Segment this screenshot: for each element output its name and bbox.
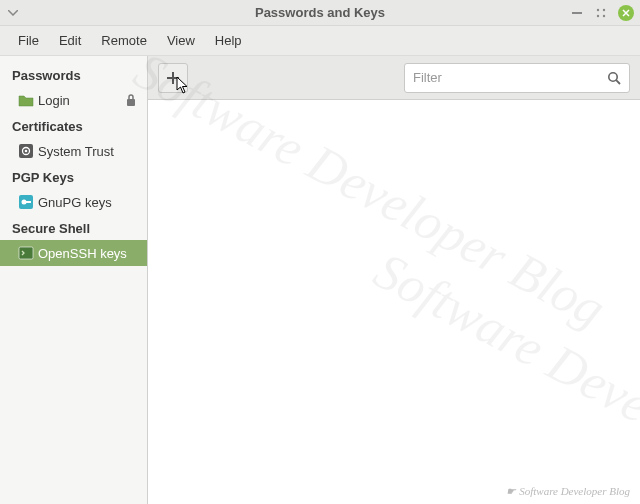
lock-icon[interactable] <box>125 93 137 107</box>
svg-rect-11 <box>26 201 31 203</box>
svg-rect-12 <box>19 247 33 259</box>
close-button[interactable] <box>618 5 634 21</box>
add-button[interactable] <box>158 63 188 93</box>
sidebar-item-login[interactable]: Login <box>0 87 147 113</box>
sidebar-heading-pgp: PGP Keys <box>0 164 147 189</box>
sidebar-item-label: OpenSSH keys <box>38 246 127 261</box>
menu-remote[interactable]: Remote <box>91 28 157 53</box>
sidebar: Passwords Login Certificates System Trus… <box>0 56 148 504</box>
menu-edit[interactable]: Edit <box>49 28 91 53</box>
menu-view[interactable]: View <box>157 28 205 53</box>
svg-point-3 <box>597 14 599 16</box>
sidebar-heading-passwords: Passwords <box>0 62 147 87</box>
app-menu-icon[interactable] <box>8 10 18 16</box>
window-title: Passwords and Keys <box>0 5 640 20</box>
sidebar-heading-certificates: Certificates <box>0 113 147 138</box>
maximize-button[interactable] <box>594 6 608 20</box>
footer-watermark: ☛ Software Developer Blog <box>506 485 630 498</box>
menubar: File Edit Remote View Help <box>0 26 640 56</box>
svg-rect-5 <box>127 99 135 106</box>
terminal-icon <box>18 245 34 261</box>
svg-line-14 <box>616 80 620 84</box>
sidebar-item-label: GnuPG keys <box>38 195 112 210</box>
svg-point-8 <box>25 150 28 153</box>
filter-input[interactable] <box>413 70 607 85</box>
svg-point-2 <box>603 8 605 10</box>
svg-point-4 <box>603 14 605 16</box>
svg-rect-0 <box>572 12 582 14</box>
window-controls <box>570 5 634 21</box>
titlebar: Passwords and Keys <box>0 0 640 26</box>
folder-icon <box>18 92 34 108</box>
search-box[interactable] <box>404 63 630 93</box>
main-panel: Software Developer Blog Software Develop… <box>148 56 640 504</box>
minimize-button[interactable] <box>570 6 584 20</box>
plus-icon <box>166 71 180 85</box>
sidebar-item-label: Login <box>38 93 70 108</box>
sidebar-item-gnupg[interactable]: GnuPG keys <box>0 189 147 215</box>
svg-point-10 <box>22 200 27 205</box>
sidebar-item-openssh[interactable]: OpenSSH keys <box>0 240 147 266</box>
sidebar-item-system-trust[interactable]: System Trust <box>0 138 147 164</box>
sidebar-heading-ssh: Secure Shell <box>0 215 147 240</box>
menu-help[interactable]: Help <box>205 28 252 53</box>
sidebar-item-label: System Trust <box>38 144 114 159</box>
search-icon <box>607 71 621 85</box>
key-list: Software Developer Blog Software Develop… <box>148 100 640 504</box>
menu-file[interactable]: File <box>8 28 49 53</box>
watermark: Software Developer Blog <box>365 241 640 504</box>
gear-icon <box>18 143 34 159</box>
key-icon <box>18 194 34 210</box>
svg-point-1 <box>597 8 599 10</box>
svg-point-13 <box>609 72 617 80</box>
toolbar <box>148 56 640 100</box>
content: Passwords Login Certificates System Trus… <box>0 56 640 504</box>
